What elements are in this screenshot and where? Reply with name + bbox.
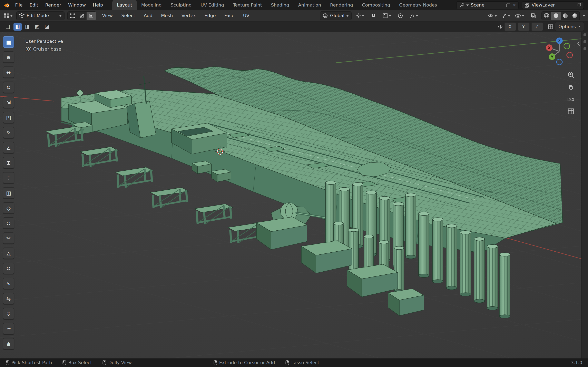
overlays-dropdown[interactable] [514, 12, 525, 20]
shading-caret-icon[interactable] [583, 15, 585, 17]
tab-modeling[interactable]: Modeling [137, 0, 166, 10]
gizmo-x-label[interactable]: X [548, 46, 551, 50]
unlink-scene-icon[interactable]: ✕ [513, 3, 516, 7]
select-mode-intersect-button[interactable]: ◪ [43, 23, 51, 30]
pivot-caret-icon [362, 15, 364, 17]
select-box-tool[interactable]: ▣ [3, 36, 14, 48]
mirror-z-toggle[interactable]: Z [531, 22, 543, 31]
camera-view-button[interactable] [566, 95, 575, 104]
annotate-tool[interactable]: ✎ [3, 127, 14, 138]
toggle-ortho-button[interactable] [566, 107, 575, 116]
transform-orientation-dropdown[interactable]: Global [320, 11, 352, 20]
menu-add[interactable]: Add [141, 12, 155, 20]
menu-uv[interactable]: UV [240, 12, 252, 20]
xray-toggle[interactable] [528, 12, 539, 20]
shading-solid-button[interactable] [551, 12, 561, 20]
tab-rendering[interactable]: Rendering [326, 0, 357, 10]
tab-sculpting[interactable]: Sculpting [166, 0, 196, 10]
proportional-falloff-dropdown[interactable] [408, 12, 419, 20]
editor-type-button[interactable] [3, 12, 13, 20]
shading-material-button[interactable] [561, 12, 570, 20]
select-mode-invert-button[interactable]: ◩ [33, 23, 41, 30]
vertex-select-mode-button[interactable] [68, 12, 77, 20]
options-caret-icon [578, 26, 581, 27]
options-dropdown[interactable]: Options [555, 22, 584, 31]
tab-layout[interactable]: Layout [112, 0, 137, 10]
visibility-dropdown[interactable] [487, 12, 498, 20]
gizmo-z-label[interactable]: Z [558, 39, 561, 43]
snap-target-dropdown[interactable] [381, 12, 392, 20]
tab-texture-paint[interactable]: Texture Paint [228, 0, 267, 10]
tab-compositing[interactable]: Compositing [357, 0, 395, 10]
tab-animation[interactable]: Animation [294, 0, 326, 10]
edge-select-mode-button[interactable] [77, 12, 86, 20]
correct-face-attributes-icon[interactable] [548, 24, 553, 29]
add-cube-tool[interactable]: ⊞ [3, 157, 14, 168]
select-mode-extend-button[interactable]: ◧ [13, 23, 22, 30]
zoom-button[interactable] [566, 70, 575, 79]
inset-faces-tool[interactable]: ◫ [3, 187, 14, 199]
bevel-tool[interactable]: ◇ [3, 202, 14, 214]
keymap-dolly-view: Dolly View [103, 360, 132, 365]
scale-tool[interactable]: ⇲ [3, 97, 14, 108]
select-mode-subtract-button[interactable]: ◨ [23, 23, 31, 30]
menu-render[interactable]: Render [42, 1, 64, 9]
edge-mode-icon [79, 13, 85, 18]
pivot-point-dropdown[interactable] [355, 12, 365, 20]
tab-shading[interactable]: Shading [267, 0, 294, 10]
face-select-mode-button[interactable] [86, 12, 96, 20]
menu-select[interactable]: Select [118, 12, 138, 20]
menu-help[interactable]: Help [90, 1, 106, 9]
blender-logo-icon[interactable] [2, 2, 11, 8]
gizmo-y-label[interactable]: Y [550, 55, 553, 59]
tab-uv-editing[interactable]: UV Editing [196, 0, 228, 10]
poly-build-tool[interactable]: △ [3, 248, 14, 259]
duplicate-view-layer-icon[interactable] [576, 2, 581, 8]
cursor-tool[interactable]: ⊕ [3, 51, 14, 63]
mode-dropdown[interactable]: Edit Mode [16, 11, 65, 20]
rotate-tool[interactable]: ↻ [3, 82, 14, 93]
shading-wireframe-button[interactable] [542, 12, 551, 20]
mirror-x-toggle[interactable]: X [504, 22, 516, 31]
menu-edge[interactable]: Edge [201, 12, 218, 20]
menu-file[interactable]: File [12, 1, 26, 9]
knife-tool[interactable]: ✂ [3, 233, 14, 244]
rip-region-tool[interactable]: ⋔ [3, 338, 14, 350]
spin-tool[interactable]: ↺ [3, 263, 14, 274]
menu-vertex[interactable]: Vertex [179, 12, 199, 20]
select-mode-new-button[interactable]: □ [4, 23, 12, 30]
extrude-region-tool[interactable]: ⇧ [3, 172, 14, 184]
mirror-y-toggle[interactable]: Y [518, 22, 529, 31]
menu-face[interactable]: Face [222, 12, 237, 20]
mouse-right-icon [286, 360, 289, 365]
scene-selector[interactable]: Scene ✕ [457, 1, 519, 9]
measure-tool[interactable]: ∠ [3, 142, 14, 153]
transform-tool[interactable]: ◰ [3, 112, 14, 123]
properties-editor-sliver[interactable] [581, 21, 588, 367]
menu-mesh[interactable]: Mesh [158, 12, 176, 20]
menu-edit[interactable]: Edit [26, 1, 42, 9]
edge-slide-tool[interactable]: ⇆ [3, 293, 14, 304]
smooth-tool[interactable]: ∿ [3, 278, 14, 289]
menu-window[interactable]: Window [65, 1, 89, 9]
proportional-editing-toggle[interactable] [395, 12, 406, 20]
menu-view[interactable]: View [99, 12, 116, 20]
shrink-fatten-tool[interactable]: ⇕ [3, 308, 14, 319]
loop-cut-tool[interactable]: ⊜ [3, 217, 14, 229]
shading-rendered-button[interactable] [570, 12, 579, 20]
navigation-gizmo[interactable]: Z X Y [544, 36, 575, 67]
viewport-3d[interactable]: User Perspective (0) Cruiser base ▣ ⊕ ↔ … [0, 32, 582, 359]
keymap-label: Extrude to Cursor or Add [219, 360, 275, 365]
strip-icon [584, 40, 586, 43]
duplicate-scene-icon[interactable] [505, 2, 511, 8]
pan-button[interactable] [566, 82, 575, 91]
gizmos-dropdown[interactable] [501, 12, 511, 20]
shear-tool[interactable]: ▱ [3, 323, 14, 334]
view-layer-selector[interactable]: ViewLayer [522, 1, 584, 9]
scene-canvas[interactable] [0, 32, 582, 359]
tab-geometry-nodes[interactable]: Geometry Nodes [395, 0, 442, 10]
sidebar-toggle[interactable] [577, 41, 581, 47]
snap-toggle-button[interactable] [368, 12, 379, 20]
magnet-icon [371, 13, 376, 18]
move-tool[interactable]: ↔ [3, 67, 14, 78]
